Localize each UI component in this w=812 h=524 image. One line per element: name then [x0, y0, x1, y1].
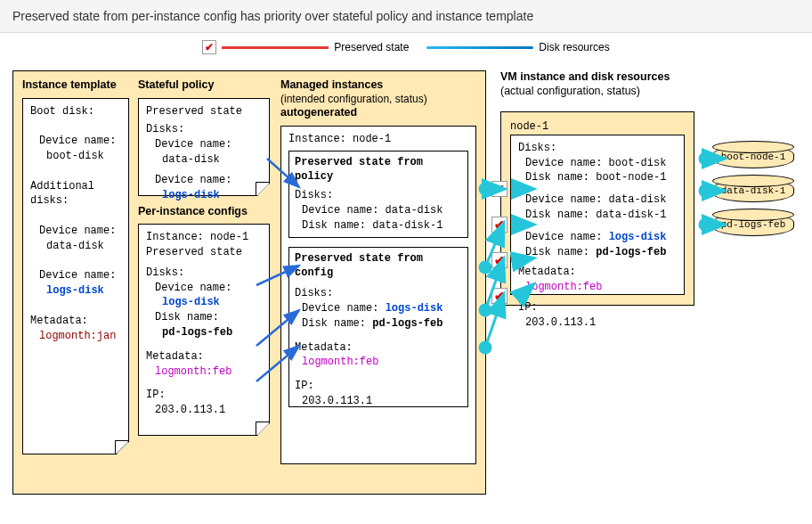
checkmark-icon: ✔	[202, 40, 216, 54]
preserved-from-config-title: Preserved state from config	[295, 251, 462, 282]
instance-template-title: Instance template	[22, 78, 129, 93]
pic-meta-label: Metadata:	[146, 349, 262, 364]
config-box-ip-label: IP:	[295, 379, 462, 394]
disk-boot-label: boot-node-1	[721, 151, 786, 162]
managed-instance-paper: Instance: node-1 Preserved state from po…	[280, 126, 476, 464]
managed-instances-title: Managed instances (intended configuratio…	[280, 78, 476, 120]
disk-boot: boot-node-1	[712, 145, 794, 168]
check-data-disk: ✔	[491, 181, 508, 197]
config-box-ip-value: 203.0.113.1	[295, 394, 462, 409]
pic-preserved-label: Preserved state	[146, 245, 262, 260]
pic-ip-value: 203.0.113.1	[146, 403, 262, 418]
policy-d2-value: logs-disk	[146, 188, 262, 203]
boot-disk-label: Boot disk:	[30, 104, 121, 119]
vm-box: node-1 Disks: Device name: boot-disk Dis…	[500, 111, 694, 306]
vm-ip-value: 203.0.113.1	[518, 315, 677, 331]
boot-device-value: boot-disk	[30, 149, 121, 164]
legend-red-bar	[222, 46, 329, 49]
policy-column: Stateful policy Preserved state Disks: D…	[138, 78, 270, 436]
pic-device-value: logs-disk	[146, 295, 262, 310]
preserved-from-config-box: Preserved state from config Disks: Devic…	[288, 247, 468, 407]
vm-inner: Disks: Device name: boot-disk Disk name:…	[510, 135, 685, 295]
diagram-area: Instance template Boot disk: Device name…	[0, 65, 812, 511]
instance-template-paper: Boot disk: Device name: boot-disk Additi…	[22, 98, 129, 454]
legend-blue-bar	[426, 46, 533, 49]
config-box-device: Device name: logs-disk	[295, 301, 462, 316]
policy-d1-value: data-disk	[146, 152, 262, 168]
mig-box: Instance template Boot disk: Device name…	[12, 70, 486, 495]
vm-ip-label: IP:	[518, 300, 677, 315]
per-instance-configs-title: Per-instance configs	[138, 205, 270, 219]
disk-data: data-disk-1	[712, 179, 794, 202]
config-box-diskname-label: Disk name:	[302, 317, 366, 330]
legend: ✔ Preserved state Disk resources	[0, 33, 812, 65]
vm-meta-label: Metadata:	[518, 265, 677, 280]
managed-subtitle: (intended configuration, status)	[280, 93, 427, 105]
vm-d1-device: Device name: boot-disk	[518, 156, 677, 171]
managed-instance-name: Instance: node-1	[288, 132, 468, 147]
logs-disk-device-label: Device name:	[30, 268, 121, 283]
pic-disks-label: Disks:	[146, 266, 262, 281]
vm-d2-device: Device name: data-disk	[518, 192, 677, 208]
config-box-meta-label: Metadata:	[295, 340, 462, 356]
pic-ip-label: IP:	[146, 388, 262, 403]
vm-meta-value: logmonth:feb	[518, 280, 677, 295]
vm-title-text: VM instance and disk resources	[500, 70, 670, 83]
policy-preserved-label: Preserved state	[146, 104, 262, 119]
policy-d2-label: Device name:	[146, 173, 262, 188]
preserved-from-policy-title: Preserved state from policy	[295, 155, 462, 185]
vm-d3-device-label: Device name:	[525, 231, 602, 243]
vm-d1-name: Disk name: boot-node-1	[518, 170, 677, 185]
page-header: Preserved state from per-instance config…	[0, 0, 812, 33]
stateful-policy-paper: Preserved state Disks: Device name: data…	[138, 98, 270, 196]
vm-d3-device: Device name: logs-disk	[518, 230, 677, 245]
disk-logs-label: pd-logs-feb	[721, 219, 786, 230]
policy-box-disks-label: Disks:	[295, 188, 462, 203]
pic-device-label: Device name:	[146, 281, 262, 296]
pic-diskname-value: pd-logs-feb	[146, 325, 262, 340]
instance-template-column: Instance template Boot disk: Device name…	[22, 78, 129, 454]
vm-d3-name-label: Disk name:	[525, 246, 589, 258]
disk-data-label: data-disk-1	[721, 185, 786, 196]
logs-disk-value: logs-disk	[30, 283, 121, 299]
config-box-disks-label: Disks:	[295, 286, 462, 301]
managed-autogen: autogenerated	[280, 106, 357, 119]
stateful-policy-title: Stateful policy	[138, 78, 270, 93]
legend-preserved-label: Preserved state	[334, 41, 409, 53]
boot-device-label: Device name:	[30, 134, 121, 149]
policy-box-diskname: Disk name: data-disk-1	[295, 218, 462, 233]
legend-disks: Disk resources	[426, 41, 609, 53]
vm-title: VM instance and disk resources (actual c…	[500, 70, 696, 98]
pic-instance-label: Instance: node-1	[146, 230, 262, 245]
pic-diskname-label: Disk name:	[146, 310, 262, 325]
metadata-value: logmonth:jan	[30, 329, 121, 344]
managed-instances-column: Managed instances (intended configuratio…	[280, 78, 476, 464]
policy-disks-label: Disks:	[146, 122, 262, 137]
check-logs-disk: ✔	[491, 217, 508, 233]
vm-d3-name-value: pd-logs-feb	[596, 246, 666, 258]
policy-d1-label: Device name:	[146, 137, 262, 152]
vm-name: node-1	[510, 119, 685, 135]
policy-box-device: Device name: data-disk	[295, 203, 462, 218]
data-disk-value: data-disk	[30, 239, 121, 254]
config-box-device-value: logs-disk	[386, 302, 443, 315]
preserved-from-policy-box: Preserved state from policy Disks: Devic…	[288, 151, 468, 238]
config-box-diskname-value: pd-logs-feb	[372, 317, 443, 330]
data-disk-device-label: Device name:	[30, 224, 121, 239]
check-metadata: ✔	[491, 252, 508, 268]
vm-subtitle: (actual configuration, status)	[500, 85, 640, 97]
legend-disks-label: Disk resources	[539, 41, 609, 53]
additional-disks-label: Additional disks:	[30, 179, 121, 209]
legend-preserved: ✔ Preserved state	[202, 40, 409, 54]
vm-disks-label: Disks:	[518, 141, 677, 156]
disk-logs: pd-logs-feb	[712, 213, 794, 236]
header-title: Preserved state from per-instance config…	[12, 9, 533, 23]
managed-title-text: Managed instances	[280, 78, 383, 91]
metadata-label: Metadata:	[30, 314, 121, 329]
check-ip: ✔	[491, 288, 508, 304]
vm-d3-device-value: logs-disk	[609, 231, 667, 243]
pic-meta-value: logmonth:feb	[146, 364, 262, 380]
per-instance-config-paper: Instance: node-1 Preserved state Disks: …	[138, 224, 270, 436]
config-box-diskname: Disk name: pd-logs-feb	[295, 316, 462, 332]
config-box-device-label: Device name:	[302, 302, 378, 315]
